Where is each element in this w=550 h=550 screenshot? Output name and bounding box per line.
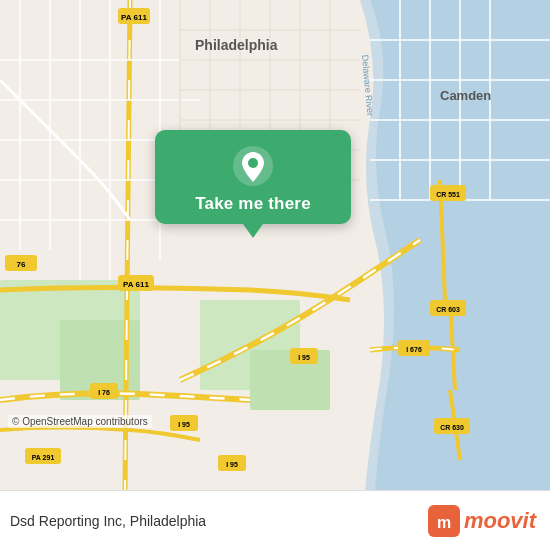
svg-text:I 95: I 95 — [298, 354, 310, 361]
svg-text:I 676: I 676 — [406, 346, 422, 353]
svg-text:76: 76 — [17, 260, 26, 269]
moovit-brand-name: moovit — [464, 508, 536, 534]
moovit-brand-icon: m — [428, 505, 460, 537]
svg-point-65 — [248, 158, 258, 168]
callout-button-label: Take me there — [195, 194, 311, 214]
svg-text:I 76: I 76 — [98, 389, 110, 396]
svg-text:PA 291: PA 291 — [32, 454, 55, 461]
moovit-logo: m moovit — [428, 505, 536, 537]
location-callout[interactable]: Take me there — [155, 130, 351, 224]
map-attribution: © OpenStreetMap contributors — [8, 415, 152, 428]
svg-text:CR 551: CR 551 — [436, 191, 460, 198]
location-name: Dsd Reporting Inc, Philadelphia — [10, 513, 206, 529]
svg-text:Camden: Camden — [440, 88, 491, 103]
svg-text:CR 630: CR 630 — [440, 424, 464, 431]
svg-text:Philadelphia: Philadelphia — [195, 37, 278, 53]
svg-text:m: m — [437, 514, 451, 531]
svg-text:CR 603: CR 603 — [436, 306, 460, 313]
svg-text:I 95: I 95 — [226, 461, 238, 468]
location-pin-icon — [231, 144, 275, 188]
map-area: 76 PA 611 PA 611 I 95 I 95 I 76 PA 291 C… — [0, 0, 550, 490]
svg-text:PA 611: PA 611 — [123, 280, 149, 289]
svg-text:PA 611: PA 611 — [121, 13, 147, 22]
bottom-bar: Dsd Reporting Inc, Philadelphia m moovit — [0, 490, 550, 550]
svg-text:I 95: I 95 — [178, 421, 190, 428]
